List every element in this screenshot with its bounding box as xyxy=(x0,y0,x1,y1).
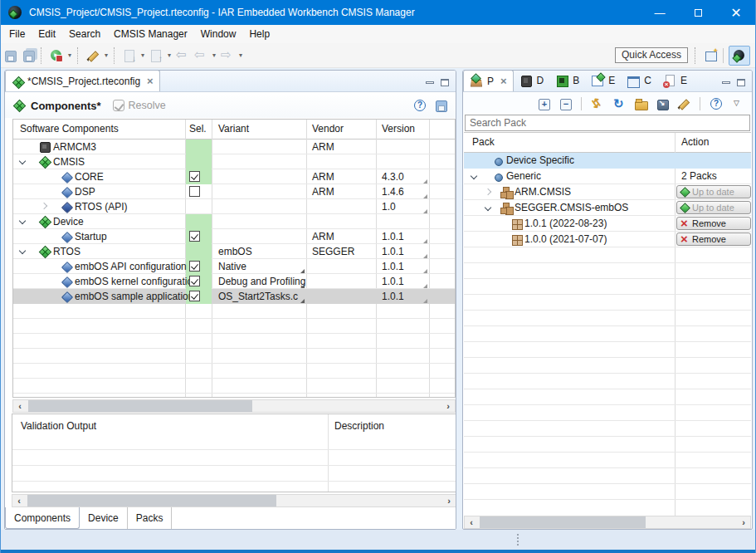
open-perspective-icon[interactable] xyxy=(705,49,718,62)
run-button[interactable] xyxy=(47,46,66,65)
expanded-chevron-icon[interactable] xyxy=(19,218,26,224)
select-checkbox[interactable] xyxy=(189,291,200,301)
version-dropdown-handle[interactable] xyxy=(423,239,427,243)
dropdown-arrow-icon[interactable]: ▾ xyxy=(210,46,218,65)
view-tab-e[interactable]: E xyxy=(585,70,621,91)
menu-help[interactable]: Help xyxy=(242,25,276,43)
pack-row-segger-cmsis-embos[interactable]: SEGGER.CMSIS-embOSUp to date xyxy=(464,200,751,216)
close-tab-icon[interactable]: × xyxy=(500,75,507,87)
uptodate-button[interactable]: Up to date xyxy=(676,201,751,214)
scroll-right-icon[interactable]: › xyxy=(441,400,455,412)
expanded-chevron-icon[interactable] xyxy=(19,158,26,164)
page-tab-components[interactable]: Components xyxy=(5,507,80,529)
component-row-rtos[interactable]: RTOSembOSSEGGER1.0.1 xyxy=(13,244,455,259)
scroll-right-icon[interactable]: › xyxy=(737,516,750,528)
component-row-dsp[interactable]: DSPARM1.4.6 xyxy=(13,184,455,199)
reload-packs-button[interactable] xyxy=(610,95,628,113)
pack-row-1-0-1-2022-08-23[interactable]: 1.0.1 (2022-08-23)Remove xyxy=(464,216,751,232)
save-button[interactable] xyxy=(1,46,19,65)
version-dropdown-handle[interactable] xyxy=(423,284,427,288)
close-tab-icon[interactable]: × xyxy=(147,75,154,87)
component-row-embos-api-configuration[interactable]: embOS API configurationNative1.0.1 xyxy=(13,259,455,274)
resolve-checkbox-box[interactable] xyxy=(113,100,124,111)
variant-dropdown-handle[interactable] xyxy=(300,299,305,303)
minimize-view-icon[interactable] xyxy=(426,81,434,84)
component-row-embos-sample-applications[interactable]: embOS sample applicationsOS_Start2Tasks.… xyxy=(13,289,455,304)
version-dropdown-handle[interactable] xyxy=(423,209,427,213)
component-row-core[interactable]: COREARM4.3.0 xyxy=(13,169,455,184)
check-updates-button[interactable] xyxy=(588,95,607,113)
maximize-view-icon[interactable] xyxy=(441,79,449,86)
select-checkbox[interactable] xyxy=(189,171,200,182)
collapsed-chevron-icon[interactable] xyxy=(485,188,491,195)
page-tab-packs[interactable]: Packs xyxy=(128,507,173,529)
horizontal-scrollbar[interactable]: ‹ › xyxy=(464,516,751,529)
dropdown-arrow-icon[interactable]: ▾ xyxy=(139,46,147,65)
close-button[interactable]: ✕ xyxy=(717,0,755,25)
resolve-checkbox[interactable]: Resolve xyxy=(113,100,166,111)
scrollbar-thumb[interactable] xyxy=(480,516,646,528)
quick-access-button[interactable]: Quick Access xyxy=(615,47,688,63)
search-pack-input[interactable] xyxy=(465,115,750,131)
view-menu-button[interactable] xyxy=(729,95,747,113)
horizontal-scrollbar[interactable]: ‹ › xyxy=(12,399,456,413)
component-row-rtos-api[interactable]: RTOS (API)1.0 xyxy=(13,199,455,214)
scroll-left-icon[interactable]: ‹ xyxy=(465,516,478,528)
cmsis-perspective-button[interactable] xyxy=(729,46,750,66)
scrollbar-thumb[interactable] xyxy=(28,400,252,412)
version-dropdown-handle[interactable] xyxy=(423,269,427,273)
maximize-view-icon[interactable] xyxy=(737,79,745,86)
minimize-view-icon[interactable] xyxy=(722,81,730,84)
view-tab-e[interactable]: E xyxy=(657,70,693,91)
pack-row-1-0-0-2021-07-07[interactable]: 1.0.0 (2021-07-07)Remove xyxy=(464,232,751,247)
version-dropdown-handle[interactable] xyxy=(423,299,427,303)
import-pack-button[interactable] xyxy=(653,95,671,113)
uptodate-button[interactable]: Up to date xyxy=(676,185,751,198)
version-dropdown-handle[interactable] xyxy=(423,194,427,198)
edit-button[interactable] xyxy=(675,95,693,113)
pack-row-device-specific[interactable]: Device Specific xyxy=(464,153,751,169)
expand-all-button[interactable] xyxy=(534,95,553,113)
select-checkbox[interactable] xyxy=(189,261,200,272)
forward-button[interactable] xyxy=(218,46,237,65)
scroll-left-icon[interactable]: ‹ xyxy=(13,400,27,412)
prev-annotation-button[interactable] xyxy=(147,46,165,65)
select-checkbox[interactable] xyxy=(189,186,200,197)
component-row-device[interactable]: Device xyxy=(13,214,455,229)
last-edit-button[interactable] xyxy=(173,46,192,65)
view-tab-d[interactable]: D xyxy=(514,70,550,91)
component-row-embos-kernel-configuration[interactable]: embOS kernel configurationDebug and Prof… xyxy=(13,274,455,289)
menu-cmsis-manager[interactable]: CMSIS Manager xyxy=(107,25,194,43)
collapse-all-button[interactable] xyxy=(556,95,574,113)
view-tab-b[interactable]: B xyxy=(549,70,585,91)
help-button[interactable] xyxy=(707,95,725,113)
scrollbar-thumb[interactable] xyxy=(27,495,276,507)
select-checkbox[interactable] xyxy=(189,231,200,242)
select-checkbox[interactable] xyxy=(189,276,200,286)
variant-dropdown-handle[interactable] xyxy=(300,269,305,273)
variant-dropdown-handle[interactable] xyxy=(300,284,305,288)
menu-search[interactable]: Search xyxy=(62,25,107,43)
import-folder-button[interactable] xyxy=(632,95,650,113)
dropdown-arrow-icon[interactable]: ▾ xyxy=(66,46,74,65)
dropdown-arrow-icon[interactable]: ▾ xyxy=(237,46,245,65)
next-annotation-button[interactable] xyxy=(120,46,139,65)
editor-tab-rteconfig[interactable]: *CMSIS_Project.rteconfig × xyxy=(5,70,160,91)
remove-button[interactable]: Remove xyxy=(676,217,751,230)
collapsed-chevron-icon[interactable] xyxy=(41,203,47,209)
pack-row-generic[interactable]: Generic2 Packs xyxy=(464,169,751,184)
save-all-button[interactable] xyxy=(19,46,37,65)
view-tab-p-packs[interactable]: P× xyxy=(463,70,514,91)
pen-button[interactable] xyxy=(84,46,102,65)
component-row-cmsis[interactable]: CMSIS xyxy=(13,154,455,169)
expanded-chevron-icon[interactable] xyxy=(471,173,477,179)
component-row-armcm3[interactable]: ARMCM3ARM xyxy=(13,139,455,154)
save-icon[interactable] xyxy=(434,99,447,112)
version-dropdown-handle[interactable] xyxy=(423,179,427,184)
dropdown-arrow-icon[interactable]: ▾ xyxy=(165,46,173,65)
scroll-right-icon[interactable]: › xyxy=(442,495,456,507)
scroll-left-icon[interactable]: ‹ xyxy=(12,495,26,507)
help-icon[interactable] xyxy=(413,99,427,112)
pack-row-arm-cmsis[interactable]: ARM.CMSISUp to date xyxy=(464,184,751,200)
remove-button[interactable]: Remove xyxy=(676,232,751,246)
